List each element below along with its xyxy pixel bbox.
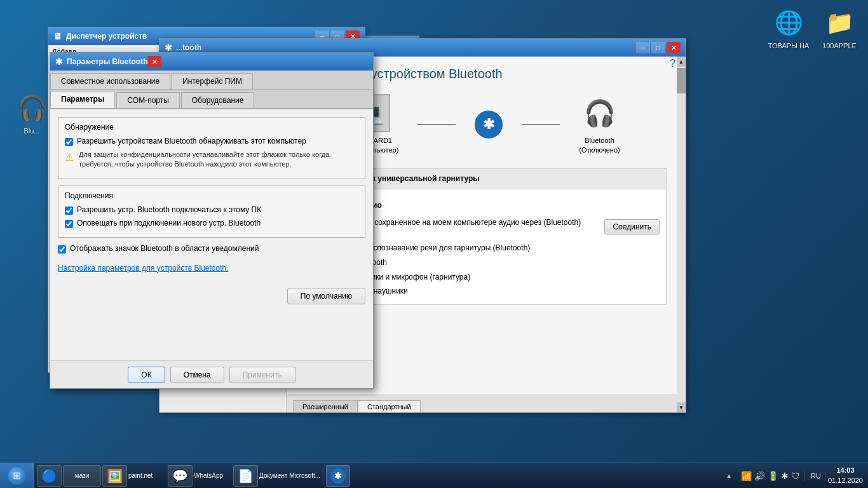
discovery-group: Обнаружение Разрешить устройствам Blueto… (58, 117, 365, 179)
discovery-group-title: Обнаружение (65, 123, 358, 132)
notify-icon-checkbox-item: Отображать значок Bluetooth в области ув… (58, 244, 365, 254)
bottom-tabs-container: Расширенный Стандартный (293, 400, 421, 412)
allow-discovery-checkbox-item: Разрешить устройствам Bluetooth обнаружи… (65, 137, 358, 146)
bt-control-window-controls: ─ □ ✕ (636, 42, 681, 53)
tray-language[interactable]: RU (807, 472, 825, 480)
notify-icon-label: Отображать значок Bluetooth в области ув… (70, 244, 259, 253)
taskbar-app-bluetooth[interactable]: ✱ (326, 465, 350, 487)
notify-icon-checkbox[interactable] (58, 245, 66, 254)
notify-checkbox[interactable] (65, 220, 73, 228)
warning-text: Для защиты конфиденциальности устанавлив… (79, 150, 358, 170)
windows-orb-icon: ⊞ (8, 467, 26, 485)
apple-icon: 📁 (823, 6, 856, 39)
taskbar-app-document[interactable]: 📄 (233, 465, 258, 487)
scroll-down-btn[interactable]: ▼ (677, 402, 686, 412)
devmgr-title-icon: 🖥 (53, 31, 62, 41)
tab-equipment[interactable]: Оборудование (181, 92, 255, 108)
bt-settings-body: Обнаружение Разрешить устройствам Blueto… (50, 109, 373, 312)
stereo-checkbox-row: Стереонаушники (336, 284, 660, 298)
start-button[interactable]: ⊞ (0, 463, 34, 489)
bt-headphones-icon: 🎧 (581, 94, 619, 132)
allow-connect-label: Разрешить устр. Bluetooth подключаться к… (77, 205, 261, 214)
bt-control-maximize-btn[interactable]: □ (651, 42, 665, 53)
headphones-desktop-label: Blu... (24, 127, 39, 135)
bt-center-bluetooth-icon: ✱ (475, 111, 503, 139)
headset-checkbox-row: Наушники и микрофон (гарнитура) (336, 270, 660, 284)
tray-show-hidden[interactable]: ▲ (726, 472, 735, 479)
ok-button[interactable]: ОК (128, 367, 165, 383)
taskbar-sep-1 (323, 466, 323, 485)
bt-control-bottom-tabs: Расширенный Стандартный (287, 395, 677, 412)
tray-date: 01.12.2020 (828, 476, 863, 485)
apple-label: 100APPLE (822, 42, 857, 50)
default-button[interactable]: По умолчанию (287, 288, 365, 304)
taskbar-whatsapp-label: WhatsApp (194, 472, 232, 479)
notify-checkbox-item: Оповещать при подключении нового устр. B… (65, 219, 358, 228)
tabs-row1: Совместное использование Интерфейс ПИМ (50, 71, 373, 90)
taskbar-apps: 🔵 мази 🖼️ paint.net 💬 WhatsApp 📄 Докумен… (34, 463, 721, 488)
cancel-button[interactable]: Отмена (170, 367, 224, 383)
taskbar-app-whatsapp[interactable]: 💬 (168, 465, 193, 487)
allow-discovery-label: Разрешить устройствам Bluetooth обнаружи… (77, 137, 306, 146)
bt-line-right (522, 124, 560, 125)
tovary-icon: 🌐 (772, 6, 805, 39)
taskbar-app-chrome-label: мази (63, 465, 101, 487)
bt-control-title-text: ...tooth (176, 43, 636, 52)
tray-volume-icon: 🔊 (754, 471, 765, 481)
tab-extended[interactable]: Расширенный (293, 400, 358, 412)
bt-settings-titlebar: ✱ Параметры Bluetooth ✕ (50, 53, 373, 71)
tab-com-ports[interactable]: COM-порты (116, 92, 180, 108)
bt-settings-close-btn[interactable]: ✕ (147, 56, 161, 67)
tray-icons: 📶 🔊 🔋 ✱ 🛡 (737, 471, 804, 481)
bt-device-right-name: Bluetooth (Отключено) (579, 136, 620, 156)
warning-icon: ⚠ (65, 151, 74, 163)
bt-settings-title-icon: ✱ (55, 57, 63, 67)
bt-control-scrollbar[interactable]: ▲ ▼ (677, 57, 686, 412)
connections-group: Подключения Разрешить устр. Bluetooth по… (58, 186, 365, 238)
taskbar-paint-label: paint.net (128, 472, 166, 479)
taskbar-app-paint[interactable]: 🖼️ (102, 465, 127, 487)
bt-settings-footer: ОК Отмена Применить (50, 360, 373, 388)
bt-line-left (417, 124, 456, 125)
taskbar-document-label: Документ Microsoft... (259, 472, 320, 479)
desktop: 🌐 ТОВАРЫ НА 📁 100APPLE 🎧 Blu... ⚙ Службы… (0, 0, 868, 488)
bt-control-title-icon: ✱ (165, 43, 172, 53)
bt-control-minimize-btn[interactable]: ─ (636, 42, 650, 53)
apply-button[interactable]: Применить (229, 367, 295, 383)
scroll-up-btn[interactable]: ▲ (677, 57, 686, 67)
bt-connector-left (417, 124, 456, 125)
settings-link-container: Настройка параметров для устройств Bluet… (58, 259, 365, 278)
tray-clock: 14:03 01.12.2020 (828, 466, 863, 485)
tray-time: 14:03 (828, 466, 863, 475)
bt-connector-right (522, 124, 560, 125)
tab-shared-use[interactable]: Совместное использование (50, 73, 170, 89)
bt-settings-title-text: Параметры Bluetooth (67, 57, 147, 66)
taskbar: ⊞ 🔵 мази 🖼️ paint.net 💬 WhatsApp 📄 Докум… (0, 463, 868, 488)
taskbar-bt-icon: ✱ (330, 468, 346, 484)
bt-control-close-btn[interactable]: ✕ (667, 42, 681, 53)
desktop-icons-top-right: 🌐 ТОВАРЫ НА 📁 100APPLE (766, 6, 862, 50)
scroll-thumb[interactable] (677, 68, 686, 93)
tovary-label: ТОВАРЫ НА (768, 42, 810, 50)
settings-link[interactable]: Настройка параметров для устройств Bluet… (58, 264, 229, 273)
tabs-row2: Параметры COM-порты Оборудование (50, 90, 373, 109)
tray-network-icon: 📶 (741, 471, 752, 481)
taskbar-app-chrome[interactable]: 🔵 (37, 465, 62, 487)
tab-params[interactable]: Параметры (50, 91, 115, 108)
tab-pim[interactable]: Интерфейс ПИМ (172, 73, 253, 89)
tray-bluetooth-icon: ✱ (781, 471, 789, 481)
allow-connect-checkbox-item: Разрешить устр. Bluetooth подключаться к… (65, 205, 358, 215)
default-btn-container: По умолчанию (58, 288, 365, 304)
allow-connect-checkbox[interactable] (65, 207, 73, 215)
allow-discovery-checkbox[interactable] (65, 138, 73, 146)
bt-settings-dialog: ✱ Параметры Bluetooth ✕ Совместное испол… (50, 52, 374, 389)
desktop-icon-apple[interactable]: 📁 100APPLE (817, 6, 862, 50)
bt-device-right: 🎧 Bluetooth (Отключено) (579, 94, 620, 156)
desktop-icon-tovary[interactable]: 🌐 ТОВАРЫ НА (766, 6, 811, 50)
tray-update-icon: 🛡 (791, 471, 800, 481)
connect-button[interactable]: Соединить (604, 219, 660, 234)
warning-row: ⚠ Для защиты конфиденциальности устанавл… (65, 150, 358, 170)
tab-standard[interactable]: Стандартный (358, 400, 421, 412)
bt-settings-content: Совместное использование Интерфейс ПИМ П… (50, 71, 373, 312)
connections-group-title: Подключения (65, 191, 358, 200)
